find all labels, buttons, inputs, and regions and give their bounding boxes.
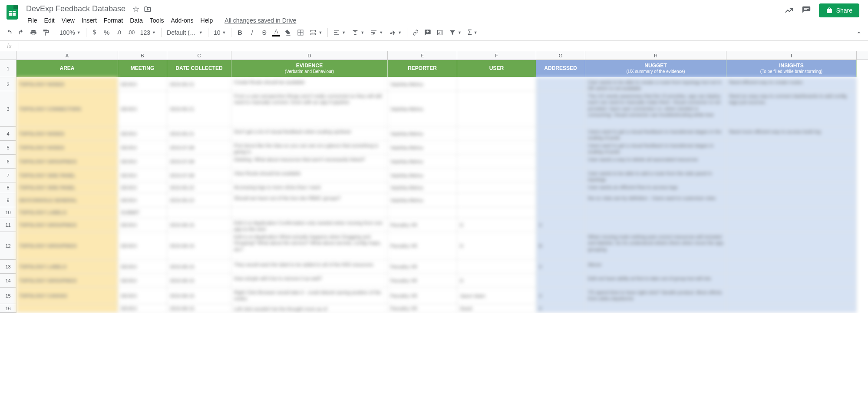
menu-edit[interactable]: Edit [41,15,58,26]
cell[interactable]: Vaishika Mehra [388,193,457,207]
cell[interactable]: When moving node nothing puts correct re… [585,232,726,260]
row-number-8[interactable]: 8 [0,182,17,193]
cell[interactable]: DEVEX [118,260,167,274]
filter-dropdown[interactable]: ▼ [446,27,464,38]
strikethrough-button[interactable]: S [258,27,270,38]
cell[interactable] [536,207,585,218]
data-cells-region[interactable]: TOPOLOGY NODESDEVEX2019-05-21Create Rout… [17,77,868,313]
cell[interactable] [726,141,857,155]
number-format-dropdown[interactable]: 123▼ [138,27,158,38]
cell[interactable]: DEVEX [118,77,167,91]
cell[interactable]: 2019-05-21 [167,127,231,141]
cell[interactable] [457,127,536,141]
table-row[interactable]: DEVEX2019-08-15Left click wouldn't be th… [17,304,868,313]
cell[interactable] [726,182,857,193]
doc-title[interactable]: DevExp Feedback Database [23,3,128,14]
cell[interactable] [726,274,857,288]
cell[interactable] [536,182,585,193]
col-header-A[interactable]: A [17,51,118,60]
menu-tools[interactable]: Tools [147,15,167,26]
cell[interactable]: Create Route should be available [231,77,388,91]
cell[interactable]: B [536,232,585,260]
table-row[interactable]: TOPOLOGY GROUPINGSDEVEX2019-08-15How sim… [17,274,868,288]
cell[interactable]: DEVEX [118,127,167,141]
cell[interactable]: TOPOLOGY GROUPINGS [17,232,118,260]
cell[interactable] [457,77,536,91]
paint-format-button[interactable] [40,27,51,38]
drive-save-status[interactable]: All changes saved in Drive [224,17,296,24]
cell[interactable]: Parvathy VR [388,304,457,313]
zoom-dropdown[interactable]: 100%▼ [57,27,83,38]
cell[interactable]: DEVEX [118,218,167,232]
percent-button[interactable]: % [101,27,112,38]
hdr-reporter[interactable]: REPORTER [388,60,457,77]
row-number-13[interactable]: 13 [0,260,17,274]
cell[interactable]: 2019-05-21 [167,77,231,91]
cell[interactable] [536,77,585,91]
cell[interactable]: 2019-07-08 [167,155,231,169]
cell[interactable]: Above [585,260,726,274]
cell[interactable]: 2019-08-15 [167,232,231,260]
cell[interactable]: Vaishika Mehra [388,169,457,182]
text-rotation-dropdown[interactable]: ▼ [386,27,404,38]
cell[interactable] [536,274,585,288]
cell[interactable]: Need more efficient way to access build … [726,127,857,141]
cell[interactable]: Parvathy VR [388,232,457,260]
cell[interactable]: TOPOLOGY LABELS [17,260,118,274]
menu-data[interactable]: Data [127,15,146,26]
cell[interactable]: View Route should be available [231,169,388,182]
table-row[interactable]: TOPOLOGY LABELSSUMMIT [17,207,868,218]
insert-chart-button[interactable] [434,27,446,38]
cell[interactable]: TOPOLOGY NODES [17,141,118,155]
table-row[interactable]: TOPOLOGY CONNECTORSDEVEX2019-05-21From a… [17,91,868,127]
cell[interactable]: Deleting. What about resources that aren… [231,155,388,169]
cell[interactable]: Should we have out of the box dev RBAC g… [231,193,388,207]
cell[interactable] [585,218,726,232]
table-row[interactable]: TOPOLOGY CANVASDEVEX2019-08-15Right Clic… [17,288,868,304]
cell[interactable] [726,304,857,313]
cell[interactable]: User wants a way to delete all associate… [585,155,726,169]
cell[interactable]: 2019-08-15 [167,218,231,232]
hdr-evidence[interactable]: EVIDENCE(Verbatim and Behaviour) [231,60,388,77]
cell[interactable]: DEVEX [118,155,167,169]
cell[interactable]: DEVEX [118,91,167,127]
cell[interactable] [457,193,536,207]
cell[interactable]: X [536,288,585,304]
cell[interactable] [536,155,585,169]
increase-decimal-button[interactable]: .00 [125,27,137,38]
borders-button[interactable] [295,27,306,38]
cell[interactable]: DEVEX [118,193,167,207]
cell[interactable]: TO spend time to have right click? Seraf… [585,288,726,304]
cell[interactable]: Vaishika Mehra [388,182,457,193]
bold-button[interactable]: B [234,27,245,38]
cell[interactable]: Vaishika Mehra [388,155,457,169]
spreadsheet-grid[interactable]: A B C D E F G H I 1 AREA MEETING DATE CO… [0,51,868,313]
font-family-dropdown[interactable]: Default (Ari...▼ [164,27,205,38]
table-row[interactable]: TOPOLOGY GROUPINGSDEVEX2019-08-15Edit it… [17,218,868,232]
cell[interactable]: 2019-08-15 [167,304,231,313]
activity-icon[interactable] [784,6,794,15]
table-row[interactable]: TOPOLOGY NODESDEVEX2019-07-08Pod donut l… [17,141,868,155]
cell[interactable]: Pod donut like the idea so you can see a… [231,141,388,155]
cell[interactable] [726,260,857,274]
font-size-dropdown[interactable]: 10▼ [211,27,229,38]
collapse-toolbar-button[interactable] [853,27,865,38]
redo-button[interactable] [16,27,27,38]
comments-icon[interactable] [802,6,811,15]
cell[interactable]: DEVEX [118,182,167,193]
cell[interactable]: D [457,274,536,288]
cell[interactable]: Parvathy VR [388,288,457,304]
select-all-cell[interactable] [0,51,17,60]
cell[interactable]: 2019-08-15 [167,288,231,304]
cell[interactable]: TOPOLOGY CONNECTORS [17,91,118,127]
col-header-F[interactable]: F [457,51,536,60]
undo-button[interactable] [3,27,15,38]
cell[interactable] [17,304,118,313]
table-row[interactable]: DEVCONSOLE GENERALDEVEX2019-05-22Should … [17,193,868,207]
cell[interactable]: Parvathy VR [388,218,457,232]
cell[interactable]: D [457,232,536,260]
cell[interactable]: They would want the label to be added to… [231,260,388,274]
table-row[interactable]: TOPOLOGY SIDE PANELDEVEX2019-07-08View R… [17,169,868,182]
currency-button[interactable]: $ [89,27,100,38]
col-header-C[interactable]: C [167,51,231,60]
